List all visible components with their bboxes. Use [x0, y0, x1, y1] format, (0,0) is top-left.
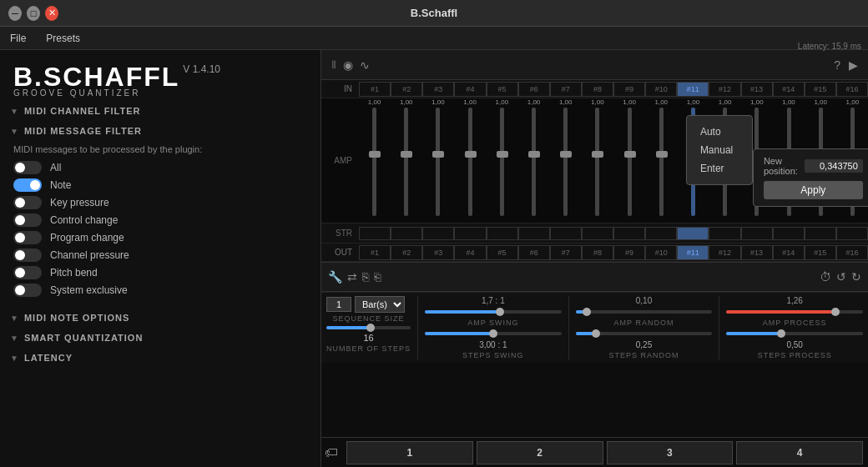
str-11[interactable] [677, 227, 709, 240]
ch-in-8[interactable]: #8 [582, 82, 613, 97]
ch-in-7[interactable]: #7 [550, 82, 582, 97]
ch-out-16[interactable]: #16 [836, 245, 868, 260]
amp-swing-track[interactable] [425, 310, 562, 314]
str-4[interactable] [454, 227, 486, 240]
str-10[interactable] [645, 227, 677, 240]
play-icon[interactable]: ▶ [849, 58, 858, 72]
fader-track-2[interactable] [404, 108, 408, 216]
str-3[interactable] [422, 227, 454, 240]
fader-track-3[interactable] [436, 108, 440, 216]
menu-file[interactable]: File [7, 31, 29, 46]
toggle-control-change[interactable] [13, 213, 42, 227]
ch-out-8[interactable]: #8 [582, 245, 613, 260]
ch-out-6[interactable]: #6 [518, 245, 550, 260]
amp-process-track[interactable] [726, 310, 863, 314]
str-14[interactable] [773, 227, 805, 240]
ch-out-1[interactable]: #1 [359, 245, 391, 260]
ch-out-7[interactable]: #7 [550, 245, 582, 260]
steps-process-track[interactable] [726, 332, 863, 335]
str-9[interactable] [613, 227, 645, 240]
ch-out-5[interactable]: #5 [487, 245, 518, 260]
fader-track-6[interactable] [532, 108, 536, 216]
str-1[interactable] [359, 227, 391, 240]
clock-icon[interactable]: ⏱ [820, 270, 831, 284]
ch-in-1[interactable]: #1 [359, 82, 391, 97]
fader-track-7[interactable] [563, 108, 568, 216]
amp-random-track[interactable] [576, 310, 713, 314]
ch-out-9[interactable]: #9 [613, 245, 645, 260]
toggle-key-pressure[interactable] [13, 196, 42, 209]
ch-in-16[interactable]: #16 [836, 82, 868, 97]
sequence-unit-select[interactable]: Bar(s) [355, 296, 405, 313]
minimize-button[interactable]: ─ [8, 6, 22, 21]
toggle-pitch-bend[interactable] [13, 266, 42, 279]
sidebar-item-midi-note-options[interactable]: ▼ MIDI NOTE OPTIONS [0, 308, 320, 328]
ch-out-15[interactable]: #15 [805, 245, 836, 260]
ch-in-6[interactable]: #6 [518, 82, 550, 97]
sliders-icon[interactable]: ⫴ [331, 58, 336, 72]
paste-icon[interactable]: ⎗ [374, 270, 381, 284]
maximize-button[interactable]: □ [27, 6, 40, 21]
ch-in-14[interactable]: #14 [773, 82, 805, 97]
sidebar-item-latency[interactable]: ▼ LATENCY [0, 348, 320, 368]
menu-presets[interactable]: Presets [43, 31, 83, 46]
str-6[interactable] [518, 227, 550, 240]
str-16[interactable] [836, 227, 868, 240]
ch-out-14[interactable]: #14 [773, 245, 805, 260]
ch-out-3[interactable]: #3 [422, 245, 454, 260]
ch-in-15[interactable]: #15 [805, 82, 836, 97]
str-15[interactable] [805, 227, 836, 240]
ch-in-2[interactable]: #2 [391, 82, 422, 97]
fader-track-1[interactable] [372, 108, 376, 216]
str-12[interactable] [709, 227, 740, 240]
arrows-icon[interactable]: ⇄ [347, 270, 357, 284]
position-value[interactable]: 0,343750 [805, 159, 863, 173]
tab-2[interactable]: 2 [477, 441, 603, 464]
copy-icon[interactable]: ⎘ [362, 270, 369, 284]
power-icon[interactable]: ◉ [343, 58, 353, 72]
toggle-all[interactable] [13, 161, 42, 174]
fader-track-9[interactable] [628, 108, 632, 216]
ch-in-9[interactable]: #9 [613, 82, 645, 97]
fader-track-5[interactable] [500, 108, 504, 216]
sidebar-item-midi-message-filter[interactable]: ▼ MIDI MESSAGE FILTER [0, 121, 320, 141]
toggle-system-exclusive[interactable] [13, 284, 42, 297]
toggle-note[interactable] [13, 178, 42, 192]
tab-1[interactable]: 1 [346, 441, 473, 464]
sidebar-item-smart-quantization[interactable]: ▼ SMART QUANTIZATION [0, 328, 320, 348]
toggle-program-change[interactable] [13, 231, 42, 244]
steps-swing-track[interactable] [425, 332, 562, 335]
ch-out-4[interactable]: #4 [454, 245, 486, 260]
close-button[interactable]: ✕ [45, 6, 58, 21]
ch-in-13[interactable]: #13 [741, 82, 773, 97]
fader-track-4[interactable] [468, 108, 472, 216]
redo-icon[interactable]: ↻ [851, 270, 861, 284]
fader-track-10[interactable] [659, 108, 664, 216]
str-8[interactable] [582, 227, 613, 240]
str-2[interactable] [391, 227, 422, 240]
ch-in-5[interactable]: #5 [487, 82, 518, 97]
ch-in-4[interactable]: #4 [454, 82, 486, 97]
ch-out-12[interactable]: #12 [709, 245, 740, 260]
str-7[interactable] [550, 227, 582, 240]
ch-in-12[interactable]: #12 [709, 82, 740, 97]
wrench-icon[interactable]: 🔧 [328, 270, 342, 284]
apply-button[interactable]: Apply [764, 181, 863, 199]
ch-out-2[interactable]: #2 [391, 245, 422, 260]
undo-icon[interactable]: ↺ [836, 270, 846, 284]
ch-in-10[interactable]: #10 [645, 82, 677, 97]
tab-4[interactable]: 4 [736, 441, 863, 464]
ch-in-3[interactable]: #3 [422, 82, 454, 97]
ch-out-10[interactable]: #10 [645, 245, 677, 260]
str-13[interactable] [741, 227, 773, 240]
toggle-channel-pressure[interactable] [13, 249, 42, 262]
wave-icon[interactable]: ∿ [360, 58, 370, 72]
tag-icon[interactable]: 🏷 [325, 445, 338, 460]
tab-3[interactable]: 3 [607, 441, 734, 464]
popup-item-enter[interactable]: Enter [694, 159, 745, 178]
steps-random-track[interactable] [576, 332, 713, 335]
str-5[interactable] [487, 227, 518, 240]
ch-in-11[interactable]: #11 [677, 82, 709, 97]
sidebar-item-midi-channel-filter[interactable]: ▼ MIDI CHANNEL FILTER [0, 101, 320, 121]
popup-item-auto[interactable]: Auto [694, 123, 745, 141]
